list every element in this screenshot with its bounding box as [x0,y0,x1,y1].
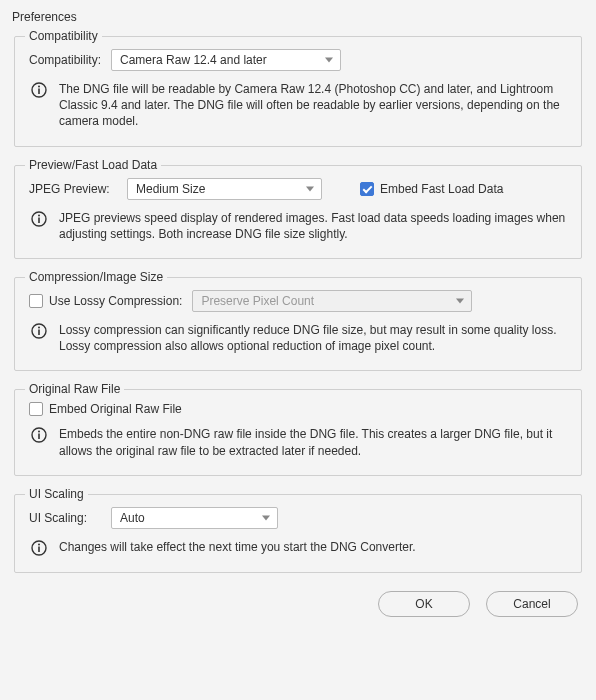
svg-rect-4 [38,217,40,223]
ui-scaling-group: UI Scaling UI Scaling: Auto Changes will… [14,494,582,573]
ui-scaling-group-title: UI Scaling [25,487,88,501]
compatibility-group: Compatibility Compatibility: Camera Raw … [14,36,582,147]
original-group: Original Raw File Embed Original Raw Fil… [14,389,582,475]
embed-original-label: Embed Original Raw File [49,402,182,416]
embed-fast-load-checkbox[interactable] [360,182,374,196]
embed-fast-load-label: Embed Fast Load Data [380,182,503,196]
compatibility-label: Compatibility: [29,53,101,67]
compression-group: Compression/Image Size Use Lossy Compres… [14,277,582,371]
jpeg-preview-select[interactable]: Medium Size [127,178,322,200]
info-icon [31,211,47,227]
preview-group-title: Preview/Fast Load Data [25,158,161,172]
svg-point-14 [38,543,40,545]
ui-scaling-select[interactable]: Auto [111,507,278,529]
compression-select[interactable]: Preserve Pixel Count [192,290,472,312]
svg-point-5 [38,214,40,216]
info-icon [31,82,47,98]
ui-scaling-label: UI Scaling: [29,511,101,525]
svg-point-8 [38,326,40,328]
embed-original-checkbox[interactable] [29,402,43,416]
compatibility-info: The DNG file will be readable by Camera … [59,81,567,130]
svg-point-2 [38,85,40,87]
svg-rect-7 [38,329,40,335]
info-icon [31,540,47,556]
compression-group-title: Compression/Image Size [25,270,167,284]
lossy-compression-label: Use Lossy Compression: [49,294,182,308]
svg-rect-10 [38,434,40,440]
cancel-button[interactable]: Cancel [486,591,578,617]
info-icon [31,323,47,339]
compatibility-group-title: Compatibility [25,29,102,43]
original-info: Embeds the entire non-DNG raw file insid… [59,426,567,458]
svg-rect-13 [38,546,40,552]
original-group-title: Original Raw File [25,382,124,396]
jpeg-preview-label: JPEG Preview: [29,182,117,196]
svg-rect-1 [38,89,40,95]
lossy-compression-checkbox[interactable] [29,294,43,308]
svg-point-11 [38,431,40,433]
dialog-title: Preferences [12,10,584,24]
compatibility-select[interactable]: Camera Raw 12.4 and later [111,49,341,71]
info-icon [31,427,47,443]
preview-info: JPEG previews speed display of rendered … [59,210,567,242]
ui-scaling-info: Changes will take effect the next time y… [59,539,416,555]
compression-info: Lossy compression can significantly redu… [59,322,567,354]
ok-button[interactable]: OK [378,591,470,617]
preview-group: Preview/Fast Load Data JPEG Preview: Med… [14,165,582,259]
